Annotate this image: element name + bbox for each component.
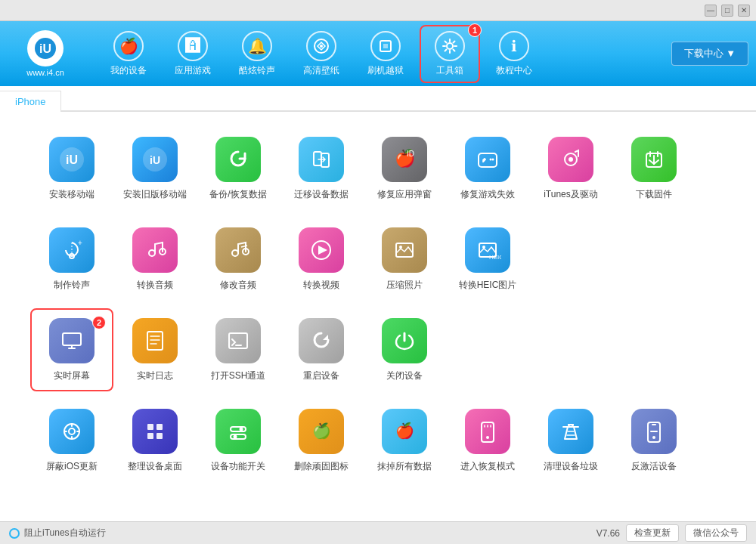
tool-compress-photo[interactable]: 压缩照片 bbox=[363, 218, 446, 301]
fix-game-label: 修复游戏失效 bbox=[460, 188, 515, 201]
svg-text:+: + bbox=[78, 239, 82, 247]
backup-icon bbox=[215, 137, 261, 182]
tab-bar: iPhone bbox=[0, 86, 756, 112]
compress-photo-icon bbox=[382, 227, 427, 273]
version-label: V7.66 bbox=[596, 528, 620, 539]
app-games-icon: 🅰 bbox=[178, 31, 208, 61]
header: iU www.i4.cn 🍎 我的设备 🅰 应用游戏 🔔 酷炫铃声 bbox=[0, 21, 756, 86]
fix-game-icon bbox=[465, 137, 510, 182]
svg-point-24 bbox=[232, 250, 238, 256]
title-bar: — □ ✕ bbox=[0, 0, 756, 21]
nav-item-wallpaper[interactable]: 高清壁纸 bbox=[291, 26, 352, 82]
close-button[interactable]: ✕ bbox=[738, 5, 750, 17]
convert-heic-icon: HEIC bbox=[465, 227, 510, 273]
nav-items: 🍎 我的设备 🅰 应用游戏 🔔 酷炫铃声 高清壁纸 bbox=[98, 25, 671, 83]
minimize-button[interactable]: — bbox=[705, 5, 717, 17]
nav-label-app-games: 应用游戏 bbox=[175, 64, 211, 77]
svg-point-31 bbox=[482, 246, 485, 249]
logo-icon: iU bbox=[27, 30, 64, 66]
svg-text:🍎: 🍎 bbox=[395, 422, 414, 440]
tool-make-ringtone[interactable]: + 制作铃声 bbox=[30, 218, 113, 301]
tools-grid: iU 安装移动端 iU 安装旧版移动端 备份/恢复数据 迁移设备数据 bbox=[30, 127, 726, 482]
main-content: iU 安装移动端 iU 安装旧版移动端 备份/恢复数据 迁移设备数据 bbox=[0, 112, 756, 521]
tool-open-ssh[interactable]: 打开SSH通道 bbox=[197, 308, 280, 391]
nav-label-my-device: 我的设备 bbox=[110, 64, 147, 77]
nav-item-my-device[interactable]: 🍎 我的设备 bbox=[98, 26, 159, 82]
block-ios-label: 屏蔽iOS更新 bbox=[46, 460, 98, 473]
check-update-button[interactable]: 检查更新 bbox=[626, 524, 679, 542]
svg-rect-45 bbox=[231, 434, 246, 439]
nav-label-ringtone: 酷炫铃声 bbox=[239, 64, 275, 77]
tool-fix-game[interactable]: 修复游戏失效 bbox=[446, 127, 529, 210]
svg-point-29 bbox=[399, 246, 402, 249]
block-ios-icon bbox=[49, 409, 94, 454]
install-mobile-label: 安装移动端 bbox=[49, 188, 94, 201]
tool-itunes-driver[interactable]: iTunes及驱动 bbox=[529, 127, 612, 210]
realtime-screen-label: 实时屏幕 bbox=[54, 369, 90, 382]
delete-stubborn-label: 删除顽固图标 bbox=[294, 460, 349, 473]
organize-icon bbox=[132, 409, 178, 454]
tool-deactivate[interactable]: 反激活设备 bbox=[612, 399, 696, 482]
edit-audio-label: 修改音频 bbox=[220, 279, 256, 292]
nav-item-app-games[interactable]: 🅰 应用游戏 bbox=[163, 26, 223, 82]
toggle-label: 设备功能开关 bbox=[211, 460, 265, 473]
svg-point-38 bbox=[69, 428, 75, 434]
tool-wipe-data[interactable]: 🍎 抹掉所有数据 bbox=[363, 399, 446, 482]
clean-icon bbox=[548, 409, 593, 454]
tool-install-old[interactable]: iU 安装旧版移动端 bbox=[113, 127, 197, 210]
status-right: V7.66 检查更新 微信公众号 bbox=[596, 524, 747, 542]
tool-shutdown[interactable]: 关闭设备 bbox=[363, 308, 446, 391]
svg-rect-40 bbox=[156, 424, 163, 430]
itunes-label: iTunes及驱动 bbox=[544, 188, 598, 201]
itunes-icon bbox=[548, 137, 593, 182]
tool-recovery-mode[interactable]: 进入恢复模式 bbox=[446, 399, 529, 482]
nav-label-toolbox: 工具箱 bbox=[436, 64, 463, 77]
svg-point-44 bbox=[240, 427, 243, 431]
tool-convert-audio[interactable]: 转换音频 bbox=[113, 218, 197, 301]
tool-edit-audio[interactable]: 修改音频 bbox=[197, 218, 280, 301]
download-center-button[interactable]: 下载中心 ▼ bbox=[671, 42, 748, 66]
itunes-status-icon bbox=[9, 528, 20, 539]
tool-organize-desktop[interactable]: 整理设备桌面 bbox=[113, 399, 197, 482]
tool-device-toggle[interactable]: 设备功能开关 bbox=[197, 399, 280, 482]
svg-rect-34 bbox=[147, 332, 163, 350]
tool-clean-junk[interactable]: 清理设备垃圾 bbox=[529, 399, 612, 482]
tool-download-firmware[interactable]: 下载固件 bbox=[612, 127, 696, 210]
tool-fix-app-popup[interactable]: 🍎ID 修复应用弹窗 bbox=[363, 127, 446, 210]
tool-convert-heic[interactable]: HEIC 转换HEIC图片 bbox=[446, 218, 529, 301]
tab-iphone[interactable]: iPhone bbox=[0, 91, 61, 112]
nav-label-tutorial: 教程中心 bbox=[496, 64, 532, 77]
nav-item-ringtone[interactable]: 🔔 酷炫铃声 bbox=[227, 26, 287, 82]
wipe-icon: 🍎 bbox=[382, 409, 427, 454]
tool-delete-stubborn[interactable]: 🍏 删除顽固图标 bbox=[280, 399, 363, 482]
svg-point-52 bbox=[652, 436, 655, 439]
svg-text:HEIC: HEIC bbox=[489, 254, 501, 261]
deactivate-icon bbox=[631, 409, 677, 454]
flash-icon bbox=[370, 31, 401, 61]
tool-migrate[interactable]: 迁移设备数据 bbox=[280, 127, 363, 210]
tool-backup-restore[interactable]: 备份/恢复数据 bbox=[197, 127, 280, 210]
migrate-icon bbox=[299, 137, 344, 182]
tool-convert-video[interactable]: 转换视频 bbox=[280, 218, 363, 301]
maximize-button[interactable]: □ bbox=[721, 5, 733, 17]
svg-marker-27 bbox=[318, 246, 327, 255]
my-device-icon: 🍎 bbox=[113, 31, 144, 61]
svg-text:iU: iU bbox=[150, 154, 160, 166]
nav-item-flash[interactable]: 刷机越狱 bbox=[355, 26, 416, 82]
tool-reboot[interactable]: 重启设备 bbox=[280, 308, 363, 391]
clean-label: 清理设备垃圾 bbox=[544, 460, 598, 473]
nav-item-tutorial[interactable]: ℹ 教程中心 bbox=[484, 26, 544, 82]
tool-realtime-log[interactable]: 实时日志 bbox=[113, 308, 197, 391]
migrate-label: 迁移设备数据 bbox=[294, 188, 349, 201]
tool-realtime-screen[interactable]: 2 实时屏幕 bbox=[30, 308, 113, 391]
wechat-button[interactable]: 微信公众号 bbox=[685, 524, 747, 542]
shutdown-icon bbox=[382, 318, 427, 363]
convert-video-icon bbox=[299, 227, 344, 273]
convert-video-label: 转换视频 bbox=[303, 279, 339, 292]
tool-block-ios-update[interactable]: 屏蔽iOS更新 bbox=[30, 399, 113, 482]
nav-item-toolbox[interactable]: 1 工具箱 bbox=[420, 25, 480, 83]
tool-install-mobile[interactable]: iU 安装移动端 bbox=[30, 127, 113, 210]
install-old-icon: iU bbox=[132, 137, 178, 182]
svg-text:🍏: 🍏 bbox=[312, 422, 331, 440]
recovery-icon bbox=[465, 409, 510, 454]
